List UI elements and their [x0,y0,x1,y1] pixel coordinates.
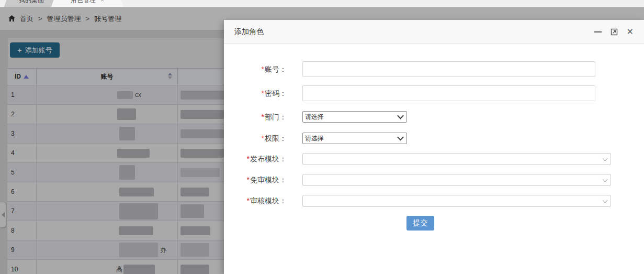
password-input[interactable] [302,85,595,101]
dialog-title: 添加角色 [234,27,264,37]
required-marker: * [262,113,264,121]
department-select[interactable]: 请选择 [302,111,407,123]
form-row-submit: 提交 [224,216,644,231]
dialog-header: 添加角色 ✕ [224,20,644,44]
close-icon[interactable]: ✕ [627,28,634,36]
form-row-publish-module: *发布模块： [224,153,644,165]
form-row-permission: *权限： 请选择 [224,133,644,144]
required-marker: * [247,196,250,205]
permission-select[interactable]: 请选择 [302,133,407,144]
permission-label: 权限： [265,134,287,143]
account-label: 账号： [265,65,287,73]
required-marker: * [262,65,264,73]
required-marker: * [262,89,264,97]
review-module-label: 审核模块： [250,196,287,205]
department-label: 部门： [265,113,287,121]
form-row-exempt-module: *免审模块： [224,174,644,186]
password-label: 密码： [265,89,287,97]
form-row-review-module: *审核模块： [224,195,644,207]
tab-my-desktop[interactable]: 我的桌面 [4,0,59,7]
review-module-select[interactable] [302,195,611,207]
form-row-department: *部门： 请选择 [224,111,644,123]
tab-label: 我的桌面 [19,0,44,4]
exempt-module-label: 免审模块： [250,176,287,184]
required-marker: * [247,176,250,184]
add-role-form: *账号： *密码： *部门： 请选择 *权限： 请选择 [224,61,644,231]
account-input[interactable] [302,61,595,77]
required-marker: * [262,134,264,143]
form-row-account: *账号： [224,61,644,77]
publish-module-select[interactable] [302,153,611,165]
dialog-window-controls: ✕ [594,28,634,36]
minimize-icon[interactable] [594,31,602,32]
submit-button[interactable]: 提交 [406,216,434,231]
add-role-dialog: 添加角色 ✕ *账号： *密码： *部门： [224,20,644,274]
tab-label: 角色管理 [71,0,96,4]
publish-module-label: 发布模块： [250,155,287,163]
required-marker: * [247,155,250,163]
exempt-module-select[interactable] [302,174,611,186]
maximize-icon[interactable] [610,28,618,36]
form-row-password: *密码： [224,85,644,101]
tab-role-management[interactable]: 角色管理× [51,0,123,7]
tab-bar: 我的桌面 角色管理× [0,0,644,7]
tab-close-icon[interactable]: × [100,0,104,7]
